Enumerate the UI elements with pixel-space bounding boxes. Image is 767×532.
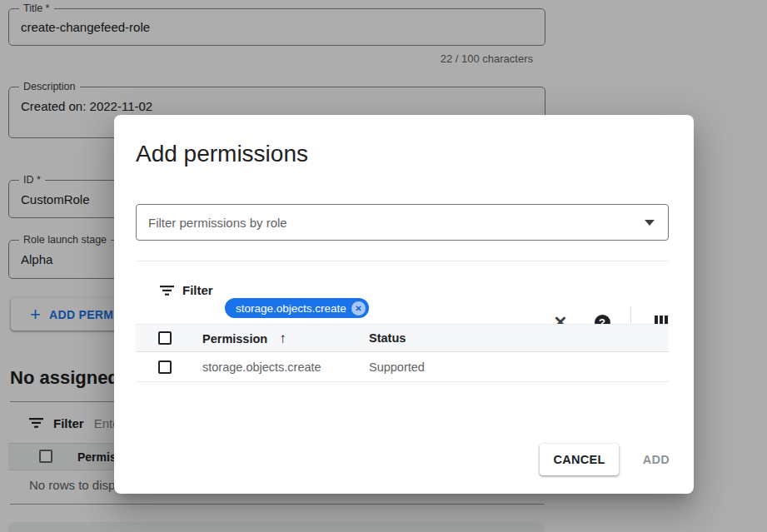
filter-chip-label: storage.objects.create	[236, 302, 346, 315]
row-checkbox[interactable]	[158, 360, 172, 374]
chip-remove-icon[interactable]: ✕	[351, 301, 366, 316]
table-row[interactable]: storage.objects.create Supported	[136, 352, 669, 382]
filter-icon	[160, 286, 174, 296]
dialog-title: Add permissions	[136, 141, 308, 167]
filter-group[interactable]: Filter	[160, 283, 213, 297]
cancel-button[interactable]: CANCEL	[540, 444, 619, 475]
add-button[interactable]: ADD	[630, 444, 682, 475]
filter-permissions-by-role-select[interactable]: Filter permissions by role	[136, 204, 669, 241]
permission-column-header[interactable]: Permission	[202, 331, 267, 345]
screen: Title * create-changefeed-role 22 / 100 …	[0, 0, 767, 532]
filter-label: Filter	[182, 283, 213, 297]
filter-chip[interactable]: storage.objects.create ✕	[225, 298, 369, 318]
dropdown-arrow-icon	[645, 220, 655, 226]
add-permissions-dialog: Add permissions Filter permissions by ro…	[114, 115, 694, 494]
permissions-filter-toolbar: Filter storage.objects.create ✕ ✕ ?	[136, 261, 669, 324]
select-all-checkbox[interactable]	[158, 331, 172, 345]
status-column-header[interactable]: Status	[369, 331, 406, 345]
sort-ascending-icon[interactable]: ↑	[279, 331, 286, 346]
row-status-cell: Supported	[369, 360, 425, 374]
permissions-table: Permission ↑ Status storage.objects.crea…	[136, 324, 669, 382]
row-permission-cell: storage.objects.create	[202, 360, 321, 374]
filter-permissions-by-role-placeholder: Filter permissions by role	[148, 216, 645, 230]
permissions-table-header: Permission ↑ Status	[136, 324, 669, 352]
